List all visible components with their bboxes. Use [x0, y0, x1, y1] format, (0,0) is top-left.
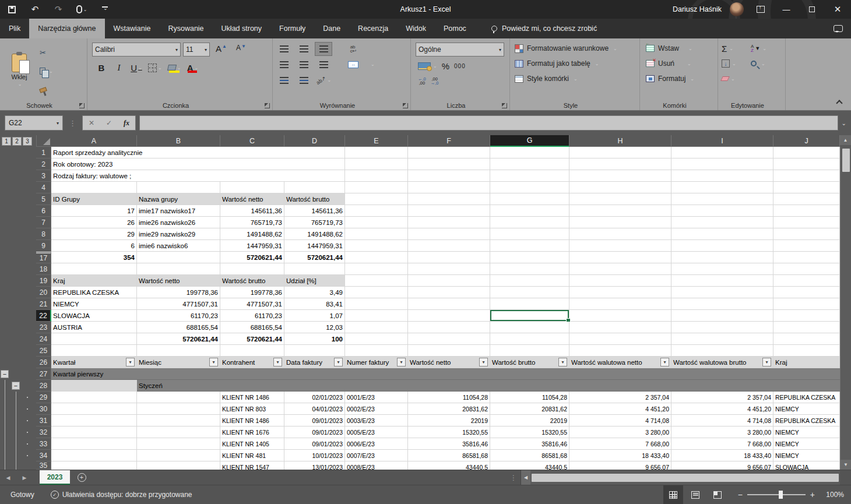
cell-A8[interactable]: 29 — [51, 228, 137, 240]
merge-center-dropdown[interactable]: ⌄ — [371, 62, 380, 67]
select-all-button[interactable] — [36, 135, 51, 147]
cell-A1[interactable]: Raport sprzedaży analitycznie — [51, 147, 345, 158]
cell-F21[interactable] — [408, 298, 490, 310]
increase-decimal-button[interactable]: ←,0,00 — [418, 77, 426, 85]
bold-button[interactable]: B — [93, 61, 110, 75]
cell-I9[interactable] — [671, 240, 773, 252]
italic-button[interactable]: I — [111, 61, 127, 75]
cell-G21[interactable] — [490, 298, 569, 310]
cell-B33[interactable] — [137, 438, 220, 450]
cell-A17[interactable]: 354 — [51, 252, 137, 263]
cell-A21[interactable]: NIEMCY — [51, 298, 137, 310]
cell-A33[interactable] — [51, 438, 137, 450]
cell-I7[interactable] — [671, 217, 773, 228]
filter-button[interactable]: ▾ — [558, 358, 567, 366]
font-name-combo[interactable]: Calibri▾ — [92, 43, 181, 57]
cell-C33[interactable]: KLIENT NR 1405 — [220, 438, 284, 450]
cell-B22[interactable]: 61170,23 — [137, 310, 220, 322]
horizontal-scrollbar-thumb[interactable] — [532, 474, 839, 482]
cell-I23[interactable] — [671, 322, 773, 333]
cell-H20[interactable] — [569, 287, 671, 298]
outline-level-2-button[interactable]: 2 — [12, 137, 22, 146]
cell-H29[interactable]: 2 357,04 — [569, 392, 671, 403]
cell-H8[interactable] — [569, 228, 671, 240]
formula-input[interactable] — [139, 115, 838, 131]
cell-F22[interactable] — [408, 310, 490, 322]
column-header-G[interactable]: G — [490, 135, 569, 147]
cell-H4[interactable] — [569, 182, 671, 193]
tab-wstawianie[interactable]: Wstawianie — [105, 19, 160, 38]
cell-C35[interactable]: KLIENT NR 1547 — [220, 461, 284, 470]
tab-uklad-strony[interactable]: Układ strony — [213, 19, 270, 38]
cell-G17[interactable] — [490, 252, 569, 263]
column-header-H[interactable]: H — [569, 135, 671, 147]
cell-G32[interactable]: 15320,55 — [490, 427, 569, 438]
cell-H21[interactable] — [569, 298, 671, 310]
cell-H26[interactable]: Wartość walutowa netto▾ — [569, 357, 671, 368]
page-layout-view-button[interactable] — [685, 485, 705, 504]
cell-C25[interactable] — [220, 345, 284, 357]
cell-A2[interactable]: Rok obrotowy: 2023 — [51, 158, 345, 170]
cell-C8[interactable]: 1491488,62 — [220, 228, 284, 240]
align-right-button[interactable] — [315, 58, 332, 72]
cell-F19[interactable] — [408, 275, 490, 287]
tab-rysowanie[interactable]: Rysowanie — [159, 19, 212, 38]
column-header-B[interactable]: B — [137, 135, 220, 147]
cell-H2[interactable] — [569, 158, 671, 170]
cut-button[interactable]: ✂ — [40, 47, 53, 59]
row-header-2[interactable]: 2 — [36, 158, 51, 170]
cell-J18[interactable] — [773, 263, 840, 275]
cell-F8[interactable] — [408, 228, 490, 240]
cell-A26[interactable]: Kwartał▾ — [51, 357, 137, 368]
grow-font-button[interactable]: A▲ — [212, 43, 230, 57]
cell-J23[interactable] — [773, 322, 840, 333]
autosum-button[interactable]: Σ⌄ — [722, 44, 748, 54]
cell-G25[interactable] — [490, 345, 569, 357]
cell-F32[interactable]: 15320,55 — [408, 427, 490, 438]
redo-button[interactable]: ↷ — [47, 0, 70, 19]
sheet-tab-2023[interactable]: 2023 — [40, 470, 70, 485]
zoom-in-button[interactable]: + — [810, 490, 815, 499]
cell-D22[interactable]: 1,07 — [284, 310, 345, 322]
cell-G3[interactable] — [490, 170, 569, 182]
fill-color-button[interactable]: ⌄ — [166, 61, 184, 75]
cell-G34[interactable]: 86581,68 — [490, 450, 569, 461]
cell-H17[interactable] — [569, 252, 671, 263]
cell-C24[interactable]: 5720621,44 — [220, 333, 284, 345]
row-header-21[interactable]: 21 — [36, 298, 51, 310]
cell-I18[interactable] — [671, 263, 773, 275]
cell-H7[interactable] — [569, 217, 671, 228]
minimize-button[interactable]: — — [778, 0, 795, 19]
tab-dane[interactable]: Dane — [314, 19, 349, 38]
paste-button[interactable]: Wklej ⌄ — [2, 41, 36, 100]
cell-J33[interactable]: NIEMCY — [773, 438, 840, 450]
cell-D32[interactable]: 09/01/2023 — [284, 427, 345, 438]
scroll-left-button[interactable]: ◀ — [521, 470, 530, 485]
filter-button[interactable]: ▾ — [334, 358, 343, 366]
outline-level-1-button[interactable]: 1 — [2, 137, 11, 146]
cell-B18[interactable] — [137, 263, 220, 275]
cell-A29[interactable] — [51, 392, 137, 403]
row-header-32[interactable]: 32 — [36, 427, 51, 438]
cell-C34[interactable]: KLIENT NR 481 — [220, 450, 284, 461]
avatar[interactable] — [730, 2, 744, 16]
align-center-button[interactable] — [295, 58, 312, 72]
conditional-formatting-button[interactable]: Formatowanie warunkowe⌄ — [515, 41, 637, 56]
outline-collapse-button[interactable]: − — [12, 382, 20, 390]
cell-C5[interactable]: Wartość netto — [220, 193, 284, 205]
column-header-F[interactable]: F — [408, 135, 490, 147]
cell-E32[interactable]: 0005/E/23 — [345, 427, 408, 438]
cell-D34[interactable]: 10/01/2023 — [284, 450, 345, 461]
format-cells-button[interactable]: Formatuj⌄ — [646, 71, 715, 86]
zoom-slider-thumb[interactable] — [779, 491, 783, 499]
comma-style-button[interactable]: 000 — [454, 63, 466, 69]
cell-F9[interactable] — [408, 240, 490, 252]
row-header-22[interactable]: 22 — [36, 310, 51, 322]
cell-E19[interactable] — [345, 275, 408, 287]
cell-J30[interactable]: NIEMCY — [773, 403, 840, 415]
cell-J4[interactable] — [773, 182, 840, 193]
cell-E5[interactable] — [345, 193, 408, 205]
row-header-24[interactable]: 24 — [36, 333, 51, 345]
cell-F30[interactable]: 20831,62 — [408, 403, 490, 415]
font-color-button[interactable]: A⌄ — [184, 61, 201, 75]
